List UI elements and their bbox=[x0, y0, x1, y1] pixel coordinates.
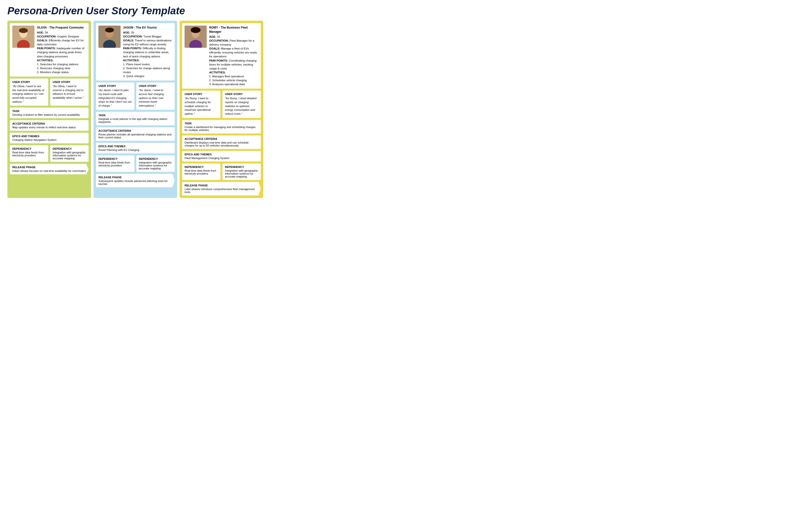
task-label-jason: TASK bbox=[98, 114, 172, 117]
user-story-text-olivia-0: "As Olivia, I want to see the real-time … bbox=[12, 85, 44, 103]
user-story-label-romy-1: USER STORY bbox=[225, 93, 258, 96]
persona-card-olivia: OLIVIA - The Frequent Commuter AGE: 34 O… bbox=[10, 23, 88, 76]
user-story-text-jason-1: "As Jason, I need to access fast chargin… bbox=[139, 89, 164, 107]
dep-label-jason-1: DEPENDENCY bbox=[139, 157, 172, 160]
dep-box-jason-1: DEPENDENCY Integration with geographic i… bbox=[136, 155, 175, 172]
column-olivia: OLIVIA - The Frequent Commuter AGE: 34 O… bbox=[7, 21, 91, 198]
release-phase-text-romy: Later phases introduce comprehensive fle… bbox=[185, 188, 255, 193]
persona-activity-olivia: 2. Reserves charging slots bbox=[37, 66, 86, 70]
dep-label-jason-0: DEPENDENCY bbox=[98, 157, 132, 160]
svg-point-7 bbox=[105, 28, 114, 32]
task-box-romy: TASK Create a dashboard for managing and… bbox=[182, 120, 261, 134]
user-story-label-olivia-1: USER STORY bbox=[53, 80, 86, 83]
user-story-label-romy-0: USER STORY bbox=[185, 93, 218, 96]
dep-label-olivia-1: DEPENDENCY bbox=[53, 147, 86, 150]
dep-row-olivia: DEPENDENCY Real-time data feeds from ele… bbox=[10, 145, 88, 162]
persona-activity-jason: 2. Searches for charge stations along ro… bbox=[123, 66, 172, 74]
persona-age-jason: AGE: 35 bbox=[123, 30, 172, 34]
epics-themes-text-romy: Fleet Management Charging System bbox=[185, 157, 229, 160]
persona-info-olivia: OLIVIA - The Frequent Commuter AGE: 34 O… bbox=[37, 26, 86, 74]
persona-activity-olivia: 1. Searches for charging stations bbox=[37, 62, 86, 66]
user-story-box-olivia-1: USER STORY "As Olivia, I want to reserve… bbox=[50, 78, 88, 106]
persona-photo-romy bbox=[185, 26, 207, 48]
persona-activities-label-olivia: ACTIVITIES: bbox=[37, 58, 86, 62]
dep-text-romy-0: Real-time data feeds from electricity pr… bbox=[185, 169, 216, 175]
acceptance-criteria-box-romy: ACCEPTANCE CRITERIA Dashboard displays r… bbox=[182, 135, 261, 149]
task-label-olivia: TASK bbox=[12, 110, 86, 113]
task-text-romy: Create a dashboard for managing and sche… bbox=[185, 126, 256, 132]
persona-occupation-jason: OCCUPATION: Travel Blogger bbox=[123, 34, 172, 38]
persona-age-olivia: AGE: 34 bbox=[37, 30, 86, 34]
task-text-olivia: Develop a feature to filter stations by … bbox=[12, 113, 80, 116]
epics-themes-text-olivia: Charging Station Navigation System bbox=[12, 138, 57, 141]
persona-card-jason: JASON - The EV Tourist AGE: 35 OCCUPATIO… bbox=[96, 23, 175, 80]
epics-themes-label-romy: EPICS AND THEMES bbox=[185, 153, 258, 156]
acceptance-criteria-text-romy: Dashboard displays real-time data and ca… bbox=[185, 141, 249, 147]
epics-themes-box-olivia: EPICS AND THEMES Charging Station Naviga… bbox=[10, 133, 88, 143]
page-title: Persona-Driven User Story Template bbox=[7, 5, 263, 17]
release-phase-box-olivia: RELEASE PHASE Initial release focuses on… bbox=[10, 164, 88, 174]
persona-painpoints-jason: PAIN POINTS: Difficulty in finding charg… bbox=[123, 46, 172, 58]
acceptance-criteria-box-olivia: ACCEPTANCE CRITERIA Map updates every mi… bbox=[10, 120, 88, 131]
acceptance-criteria-text-olivia: Map updates every minute to reflect real… bbox=[12, 126, 75, 129]
persona-goals-olivia: GOALS: Efficiently charge her EV for dai… bbox=[37, 38, 86, 46]
persona-goals-jason: GOALS: Travel to various destinations us… bbox=[123, 38, 172, 46]
acceptance-criteria-box-jason: ACCEPTANCE CRITERIA Route planner includ… bbox=[96, 127, 175, 141]
persona-painpoints-olivia: PAIN POINTS: Inadequate number of chargi… bbox=[37, 46, 86, 58]
user-story-row-olivia: USER STORY "As Olivia, I want to see the… bbox=[10, 78, 88, 106]
dep-box-olivia-0: DEPENDENCY Real-time data feeds from ele… bbox=[10, 145, 48, 162]
persona-occupation-olivia: OCCUPATION: Graphic Designer bbox=[37, 34, 86, 38]
persona-name-romy: ROMY - The Business Fleet Manager bbox=[209, 26, 258, 34]
persona-occupation-romy: OCCUPATION: Fleet Manager for a delivery… bbox=[209, 39, 258, 46]
epics-themes-label-jason: EPICS AND THEMES bbox=[98, 145, 172, 148]
column-jason: JASON - The EV Tourist AGE: 35 OCCUPATIO… bbox=[93, 21, 177, 198]
persona-activity-romy: 2. Schedules vehicle charging bbox=[209, 78, 258, 82]
persona-activity-jason: 3. Quick charges bbox=[123, 74, 172, 78]
dep-row-jason: DEPENDENCY Real-time data feeds from ele… bbox=[96, 155, 175, 172]
user-story-row-romy: USER STORY "As Romy, I want to schedule … bbox=[182, 91, 261, 118]
dep-box-romy-1: DEPENDENCY Integration with geographic i… bbox=[222, 164, 261, 180]
task-box-olivia: TASK Develop a feature to filter station… bbox=[10, 108, 88, 118]
epics-themes-box-romy: EPICS AND THEMES Fleet Management Chargi… bbox=[182, 151, 261, 162]
persona-name-olivia: OLIVIA - The Frequent Commuter bbox=[37, 26, 86, 30]
user-story-box-romy-1: USER STORY "As Romy, I need detailed rep… bbox=[222, 91, 261, 118]
persona-activity-jason: 1. Plans travel routes bbox=[123, 62, 172, 66]
user-story-text-romy-1: "As Romy, I need detailed reports on cha… bbox=[225, 97, 256, 115]
dep-label-olivia-0: DEPENDENCY bbox=[12, 147, 46, 150]
task-text-jason: Integrate a route planner in the app wit… bbox=[98, 118, 167, 123]
user-story-text-jason-0: "As Jason, I want to plan my travel rout… bbox=[98, 89, 131, 107]
dep-box-olivia-1: DEPENDENCY Integration with geographic i… bbox=[50, 145, 88, 162]
user-story-box-jason-0: USER STORY "As Jason, I want to plan my … bbox=[96, 82, 134, 110]
user-story-box-romy-0: USER STORY "As Romy, I want to schedule … bbox=[182, 91, 221, 118]
acceptance-criteria-label-romy: ACCEPTANCE CRITERIA bbox=[185, 137, 258, 140]
persona-activity-romy: 3. Analyzes operational data bbox=[209, 82, 258, 86]
release-phase-label-romy: RELEASE PHASE bbox=[185, 184, 258, 187]
dep-box-jason-0: DEPENDENCY Real-time data feeds from ele… bbox=[96, 155, 134, 172]
column-romy: ROMY - The Business Fleet Manager AGE: 4… bbox=[180, 21, 263, 198]
task-label-romy: TASK bbox=[185, 122, 258, 125]
persona-painpoints-romy: PAIN POINTS: Coordinating charging times… bbox=[209, 58, 258, 70]
persona-activity-olivia: 3. Monitors charge status bbox=[37, 70, 86, 74]
persona-info-jason: JASON - The EV Tourist AGE: 35 OCCUPATIO… bbox=[123, 26, 172, 78]
dep-text-romy-1: Integration with geographic information … bbox=[225, 169, 258, 178]
release-phase-text-jason: Subsequent updates include advanced plan… bbox=[98, 179, 168, 185]
persona-photo-jason bbox=[98, 26, 120, 48]
persona-photo-olivia bbox=[12, 26, 34, 48]
release-phase-box-jason: RELEASE PHASE Subsequent updates include… bbox=[96, 174, 175, 187]
epics-themes-box-jason: EPICS AND THEMES Route Planning with EV … bbox=[96, 143, 175, 153]
user-story-text-romy-0: "As Romy, I want to schedule charging fo… bbox=[185, 97, 211, 115]
user-story-label-olivia-0: USER STORY bbox=[12, 80, 46, 83]
persona-name-jason: JASON - The EV Tourist bbox=[123, 26, 172, 30]
dep-text-olivia-0: Real-time data feeds from electricity pr… bbox=[12, 151, 44, 157]
release-phase-text-olivia: Initial release focuses on real-time ava… bbox=[12, 169, 86, 172]
dep-box-romy-0: DEPENDENCY Real-time data feeds from ele… bbox=[182, 164, 221, 180]
dep-text-jason-0: Real-time data feeds from electricity pr… bbox=[98, 161, 130, 167]
release-phase-label-olivia: RELEASE PHASE bbox=[12, 166, 86, 169]
release-phase-box-romy: RELEASE PHASE Later phases introduce com… bbox=[182, 182, 261, 195]
acceptance-criteria-label-olivia: ACCEPTANCE CRITERIA bbox=[12, 122, 86, 125]
main-columns: OLIVIA - The Frequent Commuter AGE: 34 O… bbox=[7, 21, 263, 198]
release-phase-label-jason: RELEASE PHASE bbox=[98, 176, 172, 179]
user-story-text-olivia-1: "As Olivia, I want to reserve a charging… bbox=[53, 85, 84, 99]
persona-info-romy: ROMY - The Business Fleet Manager AGE: 4… bbox=[209, 26, 258, 86]
user-story-box-olivia-0: USER STORY "As Olivia, I want to see the… bbox=[10, 78, 48, 106]
